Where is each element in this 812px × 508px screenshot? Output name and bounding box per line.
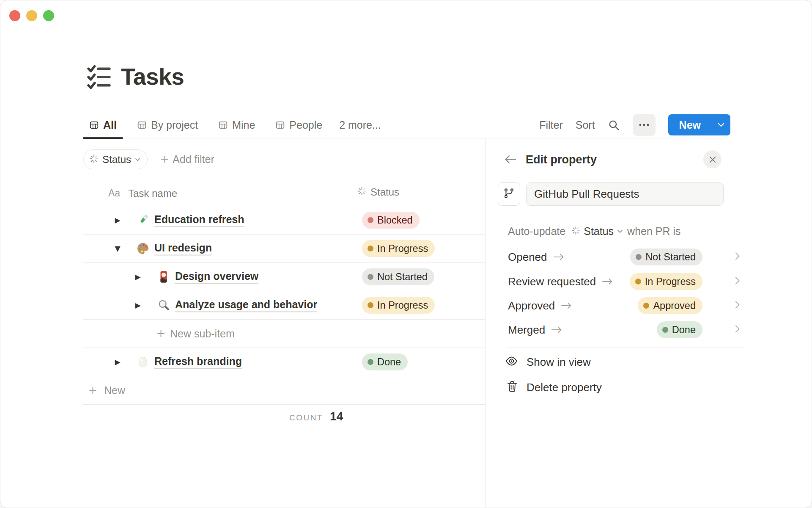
mapping-row[interactable]: Review requested In Progress <box>508 272 812 291</box>
task-name-link[interactable]: Refresh branding <box>154 355 242 369</box>
show-in-view-button[interactable]: Show in view <box>485 352 812 372</box>
arrow-right-icon <box>561 302 572 310</box>
pr-event-label: Approved <box>508 299 555 312</box>
count-row: COUNT 14 <box>83 405 485 432</box>
expand-toggle-icon[interactable]: ▶ <box>132 273 144 281</box>
status-dot <box>368 217 373 223</box>
pr-event-label: Merged <box>508 323 545 337</box>
new-dropdown-button[interactable] <box>711 114 730 135</box>
status-pill[interactable]: Approved <box>638 297 702 314</box>
text-property-icon: Aa <box>108 188 120 199</box>
task-name-link[interactable]: UI redesign <box>154 242 212 256</box>
tab-mine[interactable]: Mine <box>212 112 261 138</box>
table-row[interactable]: ▼ UI redesign In Progress <box>83 235 485 263</box>
new-button[interactable]: New <box>668 114 730 135</box>
auto-update-rule: Auto-update Status when PR is <box>508 223 681 239</box>
table-row[interactable]: ▶ Design overview Not Started <box>83 263 485 291</box>
new-row[interactable]: New <box>83 376 485 405</box>
filter-button[interactable]: Filter <box>539 119 563 131</box>
column-header-status[interactable]: Status <box>357 186 399 198</box>
trash-icon <box>506 380 518 395</box>
checklist-icon[interactable] <box>87 64 112 89</box>
chevron-down-icon <box>135 156 140 163</box>
view-tabs: All By project Mine People <box>83 112 384 138</box>
mapping-row[interactable]: Opened Not Started <box>508 247 812 267</box>
arrow-right-icon <box>553 253 565 261</box>
expand-toggle-icon[interactable]: ▶ <box>112 216 123 224</box>
auto-update-property-select[interactable]: Status <box>571 225 623 237</box>
minimize-window-button[interactable] <box>26 10 37 21</box>
pr-event-label: Opened <box>508 251 547 264</box>
divider <box>507 348 744 348</box>
auto-update-suffix: when PR is <box>627 225 680 237</box>
table-rows: ▶ Education refresh Blocked ▼ UI redesig… <box>83 206 485 405</box>
collapse-toggle-icon[interactable]: ▼ <box>112 244 123 253</box>
tab-label: People <box>289 119 322 131</box>
property-name-input[interactable] <box>526 182 724 206</box>
mapping-row[interactable]: Merged Done <box>508 320 812 340</box>
view-toolbar: All By project Mine People <box>83 112 730 138</box>
expand-toggle-icon[interactable]: ▶ <box>132 301 144 309</box>
task-name-link[interactable]: Design overview <box>175 270 258 284</box>
more-options-button[interactable] <box>633 114 656 136</box>
status-pill[interactable]: Done <box>362 353 408 370</box>
arrow-right-icon <box>551 326 562 334</box>
back-arrow-icon[interactable] <box>504 154 517 166</box>
chevron-right-icon[interactable] <box>735 252 740 262</box>
task-name-link[interactable]: Education refresh <box>154 213 244 227</box>
status-pill[interactable]: Blocked <box>362 212 420 229</box>
status-dot <box>643 303 649 309</box>
property-icon-button[interactable] <box>498 182 520 206</box>
status-pill[interactable]: In Progress <box>362 240 435 257</box>
new-row-label: New <box>104 384 125 397</box>
new-button-label[interactable]: New <box>668 114 711 135</box>
status-filter-chip[interactable]: Status <box>83 149 148 169</box>
chevron-right-icon[interactable] <box>735 277 740 287</box>
status-dot <box>662 327 668 333</box>
status-dot <box>368 302 373 308</box>
count-label: COUNT <box>289 413 323 422</box>
toolbar-controls: Filter Sort New <box>539 114 730 136</box>
window-controls <box>9 10 54 21</box>
delete-property-button[interactable]: Delete property <box>485 378 812 397</box>
status-pill[interactable]: In Progress <box>362 297 435 314</box>
add-filter-button[interactable]: Add filter <box>160 153 214 166</box>
table-row[interactable]: ▶ Analyze usage and behavior In Progress <box>83 291 485 320</box>
more-views-button[interactable]: 2 more... <box>337 112 384 138</box>
status-pill[interactable]: Not Started <box>630 248 702 265</box>
close-icon[interactable] <box>703 150 721 168</box>
status-dot <box>368 359 373 365</box>
table-row[interactable]: ▶ Education refresh Blocked <box>83 206 485 235</box>
mapping-row[interactable]: Approved Approved <box>508 296 812 315</box>
close-window-button[interactable] <box>9 10 20 21</box>
tab-label: Mine <box>232 119 255 131</box>
plus-icon <box>160 155 169 164</box>
sort-button[interactable]: Sort <box>576 119 595 131</box>
status-pill[interactable]: In Progress <box>630 273 702 290</box>
status-pill[interactable]: Done <box>657 321 702 338</box>
status-dot <box>635 279 641 284</box>
new-sub-item-row[interactable]: New sub-item <box>83 320 485 348</box>
zoom-window-button[interactable] <box>43 10 54 21</box>
page-title: Tasks <box>121 63 184 90</box>
tab-label: All <box>103 119 117 131</box>
status-pill[interactable]: Not Started <box>362 268 434 285</box>
chevron-right-icon[interactable] <box>735 325 740 335</box>
page-header: Tasks <box>87 63 184 90</box>
test-tube-icon <box>137 214 149 226</box>
count-value[interactable]: 14 <box>330 410 343 423</box>
tab-all[interactable]: All <box>83 112 123 138</box>
flower-card-icon <box>157 271 170 283</box>
table-row[interactable]: ▶ Refresh branding Done <box>83 348 485 376</box>
tab-by-project[interactable]: By project <box>131 112 204 138</box>
chevron-right-icon[interactable] <box>735 301 740 311</box>
task-name-link[interactable]: Analyze usage and behavior <box>175 298 317 312</box>
tab-people[interactable]: People <box>269 112 328 138</box>
new-sub-item-label: New sub-item <box>170 328 235 340</box>
table-icon <box>275 120 285 130</box>
table-icon <box>218 120 228 130</box>
search-icon[interactable] <box>608 119 620 131</box>
column-header-task-name[interactable]: Task name <box>128 188 177 199</box>
expand-toggle-icon[interactable]: ▶ <box>112 358 123 366</box>
status-spinner-icon <box>357 186 366 198</box>
